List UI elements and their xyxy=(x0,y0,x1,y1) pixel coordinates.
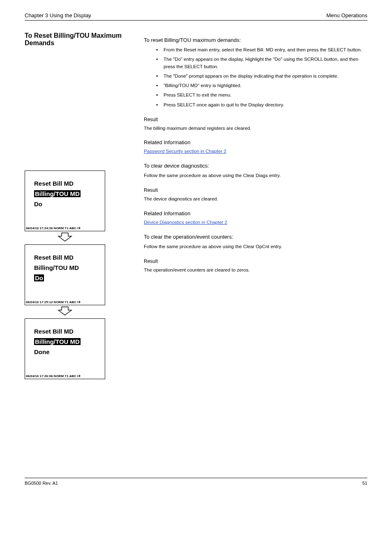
panel2-line2: Billing/TOU MD xyxy=(34,264,99,271)
related-heading: Related Information xyxy=(144,210,367,216)
chapter-title: Chapter 3 Using the Display xyxy=(25,12,91,18)
device-screen-3: Reset Bill MD Billing/TOU MD Done 06/24/… xyxy=(25,318,105,379)
subhead-3: To clear the operation/event counters: xyxy=(144,234,367,240)
panel1-title: Reset Bill MD xyxy=(34,180,99,187)
related-2: Related Information Device Diagnostics s… xyxy=(144,210,367,226)
bullet-item: From the Reset main entry, select the Re… xyxy=(156,46,367,53)
result-text: The operation/event counters are cleared… xyxy=(144,267,367,274)
panel1-action: Do xyxy=(34,200,99,207)
device-screen-1: Reset Bill MD Billing/TOU MD Do 06/24/10… xyxy=(25,170,105,231)
body-text-3: Follow the same procedure as above using… xyxy=(144,243,367,250)
related-link-2[interactable]: Device Diagnostics section in Chapter 2 xyxy=(144,220,227,225)
panel1-line2: Billing/TOU MD xyxy=(34,190,81,197)
panel3-title: Reset Bill MD xyxy=(34,328,99,335)
arrow-down-icon xyxy=(25,306,105,317)
result-label: Result xyxy=(144,258,367,264)
related-heading: Related Information xyxy=(144,139,367,145)
related-link-1[interactable]: Password Security section in Chapter 2 xyxy=(144,149,226,154)
body-text-2: Follow the same procedure as above using… xyxy=(144,172,367,179)
result-text: The device diagnostics are cleared. xyxy=(144,196,367,203)
bullet-item: Press SELECT once again to quit to the D… xyxy=(156,101,367,108)
arrow-down-icon xyxy=(25,233,105,243)
result-text: The billing maximum demand registers are… xyxy=(144,125,367,132)
panel2-action: Do xyxy=(34,274,44,281)
page-footer: BG0500 Rev. A1 51 xyxy=(25,478,367,486)
spacer xyxy=(25,58,127,170)
result-label: Result xyxy=(144,117,367,122)
result-block-1: Result The billing maximum demand regist… xyxy=(144,117,367,132)
instruction-list: From the Reset main entry, select the Re… xyxy=(144,46,367,108)
panel3-action: Done xyxy=(34,348,99,355)
left-column: To Reset Billing/TOU Maximum Demands Res… xyxy=(25,32,127,379)
panel2-status: 06/24/10 17:25:12 NORM T1 ABC I✶ xyxy=(26,300,104,304)
footer-left: BG0500 Rev. A1 xyxy=(25,481,58,486)
bullet-item: The "Do" entry appears on the display. H… xyxy=(156,56,367,70)
footer-page-number: 51 xyxy=(362,481,367,486)
page-header: Chapter 3 Using the Display Menu Operati… xyxy=(25,0,367,21)
result-block-2: Result The device diagnostics are cleare… xyxy=(144,187,367,203)
doc-title: Menu Operations xyxy=(326,12,367,18)
bullet-item: "Billing/TOU MD" entry is highlighted. xyxy=(156,82,367,89)
bullet-item: Press SELECT to exit the menu. xyxy=(156,92,367,99)
subhead-1: To reset Billing/TOU maximum demands: xyxy=(144,37,367,43)
result-block-3: Result The operation/event counters are … xyxy=(144,258,367,274)
panel3-status: 06/24/10 17:26:36 NORM T1 ABC I✶ xyxy=(26,374,104,378)
subhead-2: To clear device diagnostics: xyxy=(144,163,367,169)
panel3-line2: Billing/TOU MD xyxy=(34,338,81,345)
result-label: Result xyxy=(144,187,367,193)
right-column: To reset Billing/TOU maximum demands: Fr… xyxy=(144,32,367,379)
panel1-status: 06/24/10 17:24:26 NORM T1 ABC I✶ xyxy=(26,226,104,230)
panel2-title: Reset Bill MD xyxy=(34,254,99,261)
section-heading: To Reset Billing/TOU Maximum Demands xyxy=(25,32,127,47)
device-screen-2: Reset Bill MD Billing/TOU MD Do 06/24/10… xyxy=(25,244,105,305)
bullet-item: The "Done" prompt appears on the display… xyxy=(156,73,367,80)
main-content: To Reset Billing/TOU Maximum Demands Res… xyxy=(25,32,367,379)
related-1: Related Information Password Security se… xyxy=(144,139,367,154)
